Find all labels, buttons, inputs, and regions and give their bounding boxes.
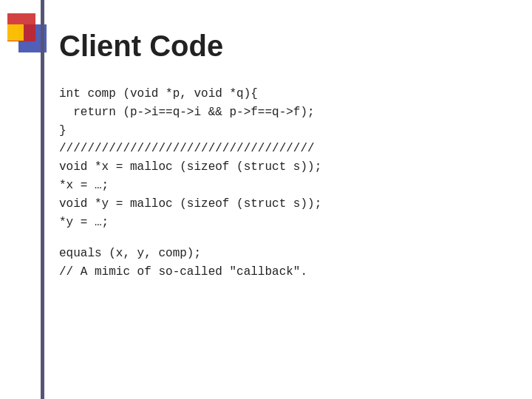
slide-title: Client Code	[59, 30, 495, 63]
code-line-4: ////////////////////////////////////	[59, 140, 495, 158]
code-line-6: *x = …;	[59, 177, 495, 195]
code-line-2: return (p->i==q->i && p->f==q->f);	[59, 103, 495, 122]
code-line-8: *y = …;	[59, 214, 495, 232]
accent-bar-line	[41, 0, 44, 399]
accent-square-yellow	[7, 24, 24, 41]
accent-bar	[0, 0, 44, 399]
code-block-1: int comp (void *p, void *q){ return (p->…	[59, 85, 495, 282]
code-line-5: void *x = malloc (sizeof (struct s));	[59, 158, 495, 177]
slide: Client Code int comp (void *p, void *q){…	[0, 0, 532, 399]
code-line-7: void *y = malloc (sizeof (struct s));	[59, 195, 495, 214]
code-line-1: int comp (void *p, void *q){	[59, 85, 495, 103]
code-line-9: equals (x, y, comp);	[59, 245, 495, 263]
code-line-10: // A mimic of so-called "callback".	[59, 263, 495, 282]
code-line-3: }	[59, 122, 495, 140]
